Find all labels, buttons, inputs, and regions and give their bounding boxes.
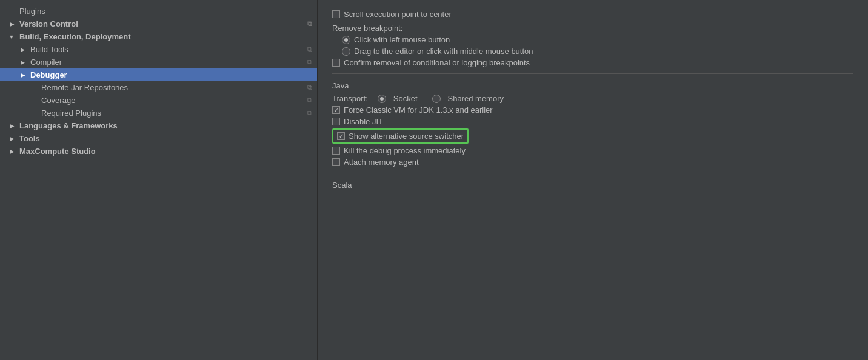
- checkbox-confirm-removal[interactable]: [332, 59, 340, 67]
- sidebar-item-label-coverage: Coverage: [41, 96, 75, 105]
- show-alt-source-highlight: ✓ Show alternative source switcher: [332, 128, 469, 144]
- checkbox-force-classic-row: ✓ Force Classic VM for JDK 1.3.x and ear…: [332, 105, 853, 115]
- checkbox-disable-jit-label: Disable JIT: [344, 117, 383, 126]
- sidebar-item-label-build-tools: Build Tools: [30, 45, 68, 54]
- checkbox-force-classic[interactable]: ✓: [332, 106, 340, 114]
- sidebar-item-label-plugins: Plugins: [19, 7, 45, 16]
- shared-memory-underline: memory: [475, 94, 504, 103]
- sidebar-item-coverage[interactable]: Coverage⧉: [0, 94, 317, 107]
- scroll-execution-row: Scroll execution point to center: [332, 10, 853, 19]
- radio-left-mouse[interactable]: [342, 36, 350, 44]
- sidebar-item-build-execution-deployment[interactable]: ▼Build, Execution, Deployment: [0, 30, 317, 43]
- radio-drag-editor-label: Drag to the editor or click with middle …: [354, 47, 533, 56]
- java-separator: [332, 73, 853, 74]
- radio-socket-label: Socket: [393, 94, 418, 103]
- sidebar-item-arrow-version-control: ▶: [7, 21, 16, 27]
- checkbox-kill-debug[interactable]: [332, 147, 340, 155]
- sidebar-item-maxcompute-studio[interactable]: ▶MaxCompute Studio: [0, 145, 317, 158]
- java-section-label: Java: [332, 81, 853, 90]
- checkbox-show-alt-source-label: Show alternative source switcher: [349, 132, 464, 141]
- radio-left-mouse-row: Click with left mouse button: [332, 35, 853, 44]
- transport-row: Transport: Socket Shared memory: [332, 94, 853, 103]
- sidebar-item-arrow-languages-frameworks: ▶: [7, 123, 16, 129]
- sidebar-item-build-tools[interactable]: ▶Build Tools⧉: [0, 43, 317, 56]
- radio-drag-editor-row: Drag to the editor or click with middle …: [332, 47, 853, 56]
- sidebar-item-label-tools: Tools: [19, 134, 40, 143]
- checkbox-confirm-removal-row: Confirm removal of conditional or loggin…: [332, 58, 853, 67]
- radio-shared-memory-label: Shared memory: [448, 94, 504, 103]
- sidebar-item-label-remote-jar-repositories: Remote Jar Repositories: [41, 83, 128, 92]
- sidebar-item-label-maxcompute-studio: MaxCompute Studio: [19, 147, 96, 156]
- sidebar-item-debugger[interactable]: ▶Debugger: [0, 68, 317, 81]
- sidebar-item-compiler[interactable]: ▶Compiler⧉: [0, 56, 317, 68]
- sidebar-item-label-debugger: Debugger: [30, 70, 67, 79]
- scroll-execution-checkbox[interactable]: [332, 10, 340, 18]
- radio-shared-memory[interactable]: [432, 95, 441, 103]
- scroll-execution-label: Scroll execution point to center: [344, 10, 452, 19]
- sidebar-item-arrow-build-tools: ▶: [18, 47, 27, 53]
- checkbox-attach-memory-row: Attach memory agent: [332, 158, 853, 167]
- sidebar-item-plugins[interactable]: Plugins: [0, 5, 317, 18]
- sidebar-item-arrow-build-execution-deployment: ▼: [7, 34, 16, 40]
- sidebar-item-label-build-execution-deployment: Build, Execution, Deployment: [19, 32, 130, 41]
- sidebar-item-copy-icon-coverage: ⧉: [307, 96, 312, 104]
- sidebar-item-label-version-control: Version Control: [19, 19, 78, 28]
- checkbox-confirm-removal-label: Confirm removal of conditional or loggin…: [344, 58, 530, 67]
- sidebar-item-remote-jar-repositories[interactable]: Remote Jar Repositories⧉: [0, 81, 317, 94]
- checkbox-attach-memory[interactable]: [332, 158, 340, 166]
- sidebar-item-label-required-plugins: Required Plugins: [41, 108, 101, 118]
- checkbox-disable-jit[interactable]: [332, 118, 340, 125]
- sidebar-item-copy-icon-required-plugins: ⧉: [307, 109, 312, 117]
- sidebar-item-arrow-tools: ▶: [7, 136, 16, 142]
- scala-section-label: Scala: [332, 181, 853, 190]
- checkbox-kill-debug-label: Kill the debug process immediately: [344, 146, 466, 155]
- transport-label: Transport:: [332, 94, 368, 103]
- settings-main-panel: Scroll execution point to center Remove …: [318, 0, 868, 360]
- checkbox-force-classic-label: Force Classic VM for JDK 1.3.x and earli…: [344, 105, 493, 115]
- remove-breakpoint-label: Remove breakpoint:: [332, 24, 402, 33]
- sidebar-item-required-plugins[interactable]: Required Plugins⧉: [0, 107, 317, 119]
- checkbox-attach-memory-label: Attach memory agent: [344, 158, 419, 167]
- sidebar-item-copy-icon-remote-jar-repositories: ⧉: [307, 84, 312, 92]
- sidebar-item-copy-icon-version-control: ⧉: [307, 20, 312, 28]
- checkbox-show-alt-source[interactable]: ✓: [337, 132, 345, 140]
- radio-socket[interactable]: [378, 95, 386, 103]
- radio-left-mouse-label: Click with left mouse button: [354, 35, 450, 44]
- sidebar-item-copy-icon-build-tools: ⧉: [307, 45, 312, 53]
- sidebar-item-tools[interactable]: ▶Tools: [0, 132, 317, 145]
- radio-drag-editor[interactable]: [342, 47, 350, 56]
- checkbox-disable-jit-row: Disable JIT: [332, 117, 853, 126]
- settings-sidebar: Plugins▶Version Control⧉▼Build, Executio…: [0, 0, 318, 360]
- scala-separator: [332, 173, 853, 173]
- sidebar-item-arrow-debugger: ▶: [18, 72, 27, 78]
- remove-breakpoint-label-row: Remove breakpoint:: [332, 24, 853, 33]
- checkbox-kill-debug-row: Kill the debug process immediately: [332, 146, 853, 155]
- sidebar-item-copy-icon-compiler: ⧉: [307, 58, 312, 66]
- sidebar-item-version-control[interactable]: ▶Version Control⧉: [0, 18, 317, 30]
- sidebar-item-label-languages-frameworks: Languages & Frameworks: [19, 121, 118, 130]
- sidebar-item-label-compiler: Compiler: [30, 58, 62, 67]
- checkbox-show-alt-source-row: ✓ Show alternative source switcher: [332, 128, 853, 144]
- sidebar-item-arrow-maxcompute-studio: ▶: [7, 148, 16, 155]
- sidebar-item-arrow-compiler: ▶: [18, 59, 27, 65]
- sidebar-item-languages-frameworks[interactable]: ▶Languages & Frameworks: [0, 119, 317, 132]
